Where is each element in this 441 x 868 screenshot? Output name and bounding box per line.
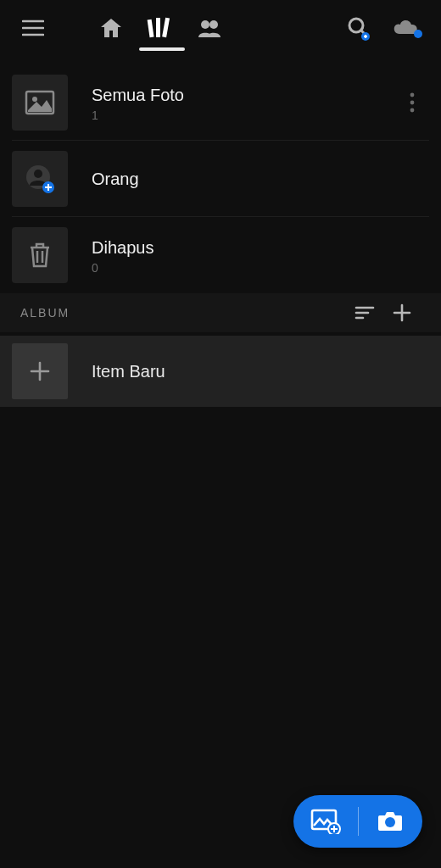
- album-title: Item Baru: [92, 359, 429, 383]
- home-icon: [99, 17, 123, 39]
- people-tab[interactable]: [185, 0, 234, 56]
- plus-icon: [29, 360, 51, 382]
- svg-point-16: [410, 108, 415, 112]
- album-row-new-item[interactable]: Item Baru: [0, 336, 441, 407]
- active-tab-indicator: [139, 47, 185, 51]
- svg-rect-5: [162, 18, 170, 38]
- svg-point-6: [201, 20, 209, 29]
- home-tab[interactable]: [87, 0, 136, 56]
- row-text: Semua Foto 1: [92, 83, 395, 122]
- album-new-thumb: [12, 343, 68, 399]
- cloud-status-button[interactable]: [383, 0, 433, 56]
- people-thumb: [12, 151, 68, 207]
- camera-icon: [377, 810, 404, 832]
- svg-point-31: [385, 817, 395, 827]
- trash-icon: [27, 241, 53, 270]
- album-sort-button[interactable]: [346, 305, 383, 320]
- fab-add-photo[interactable]: [293, 795, 358, 848]
- library-row-deleted[interactable]: Dihapus 0: [12, 217, 429, 293]
- more-vert-icon: [410, 92, 415, 113]
- trash-thumb: [12, 227, 68, 283]
- cloud-icon: [393, 17, 423, 39]
- hamburger-icon: [22, 19, 44, 36]
- svg-point-18: [34, 170, 42, 178]
- album-add-button[interactable]: [383, 303, 421, 322]
- album-section-header: ALBUM: [0, 293, 441, 332]
- library-icon: [146, 16, 175, 40]
- photos-icon: [25, 90, 55, 115]
- svg-rect-4: [156, 18, 160, 37]
- row-overflow-button[interactable]: [395, 92, 429, 113]
- top-bar: [0, 0, 441, 56]
- svg-point-14: [410, 92, 415, 97]
- row-title: Semua Foto: [92, 83, 395, 107]
- photos-thumb: [12, 75, 68, 131]
- search-button[interactable]: [334, 0, 383, 56]
- row-title: Dihapus: [92, 236, 429, 259]
- plus-icon: [393, 303, 411, 322]
- add-photo-icon: [310, 809, 341, 834]
- svg-point-7: [209, 20, 218, 29]
- album-section-label: ALBUM: [20, 306, 70, 320]
- menu-button[interactable]: [8, 0, 58, 56]
- svg-point-11: [414, 30, 422, 38]
- person-badge-icon: [25, 164, 55, 194]
- library-row-all-photos[interactable]: Semua Foto 1: [12, 64, 429, 141]
- row-text: Dihapus 0: [92, 236, 429, 275]
- add-fab: [293, 795, 422, 848]
- row-title: Orang: [92, 167, 429, 191]
- row-count: 1: [92, 108, 395, 122]
- sort-icon: [354, 305, 375, 320]
- row-count: 0: [92, 261, 429, 275]
- svg-rect-3: [148, 19, 154, 37]
- svg-point-15: [410, 100, 415, 104]
- library-row-people[interactable]: Orang: [12, 141, 429, 217]
- fab-camera[interactable]: [359, 795, 423, 848]
- people-icon: [197, 19, 222, 37]
- library-list: Semua Foto 1 Orang Dihapus 0: [0, 56, 441, 293]
- svg-point-13: [32, 97, 37, 102]
- row-text: Orang: [92, 167, 429, 191]
- search-icon: [346, 15, 371, 41]
- row-text: Item Baru: [92, 359, 429, 383]
